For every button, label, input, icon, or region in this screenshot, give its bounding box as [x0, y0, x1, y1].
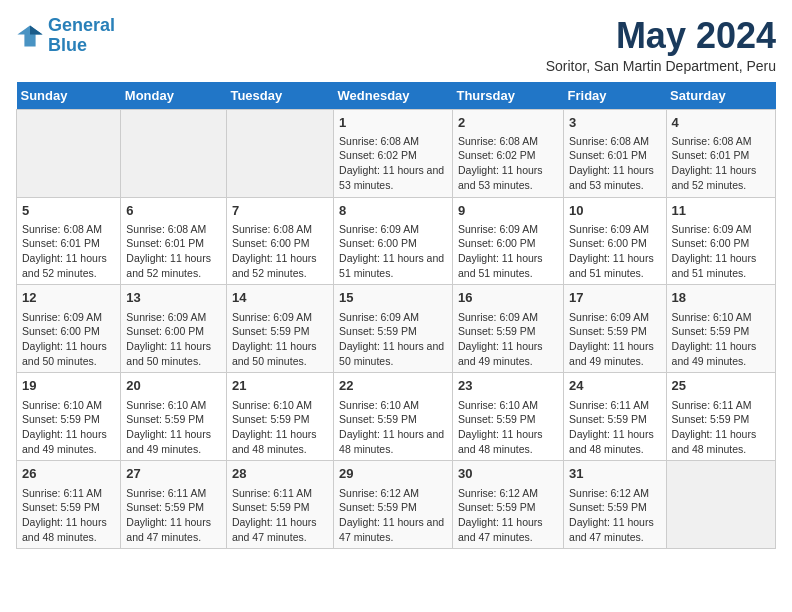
calendar-cell: 17Sunrise: 6:09 AMSunset: 5:59 PMDayligh… [564, 285, 667, 373]
calendar-week-row: 26Sunrise: 6:11 AMSunset: 5:59 PMDayligh… [17, 461, 776, 549]
logo-text: General Blue [48, 16, 115, 56]
calendar-cell: 10Sunrise: 6:09 AMSunset: 6:00 PMDayligh… [564, 197, 667, 285]
day-number: 16 [458, 289, 558, 307]
calendar-cell: 14Sunrise: 6:09 AMSunset: 5:59 PMDayligh… [226, 285, 333, 373]
calendar-week-row: 5Sunrise: 6:08 AMSunset: 6:01 PMDaylight… [17, 197, 776, 285]
calendar-cell: 31Sunrise: 6:12 AMSunset: 5:59 PMDayligh… [564, 461, 667, 549]
calendar-cell [121, 109, 227, 197]
weekday-header-saturday: Saturday [666, 82, 775, 110]
day-number: 31 [569, 465, 661, 483]
day-number: 26 [22, 465, 115, 483]
day-info: Sunrise: 6:10 AMSunset: 5:59 PMDaylight:… [458, 398, 558, 457]
day-number: 13 [126, 289, 221, 307]
day-number: 21 [232, 377, 328, 395]
svg-marker-1 [30, 25, 43, 34]
weekday-header-tuesday: Tuesday [226, 82, 333, 110]
day-info: Sunrise: 6:09 AMSunset: 5:59 PMDaylight:… [569, 310, 661, 369]
day-number: 24 [569, 377, 661, 395]
day-number: 11 [672, 202, 770, 220]
day-info: Sunrise: 6:09 AMSunset: 6:00 PMDaylight:… [339, 222, 447, 281]
calendar-cell [17, 109, 121, 197]
day-info: Sunrise: 6:10 AMSunset: 5:59 PMDaylight:… [126, 398, 221, 457]
day-info: Sunrise: 6:08 AMSunset: 6:02 PMDaylight:… [458, 134, 558, 193]
calendar-cell: 20Sunrise: 6:10 AMSunset: 5:59 PMDayligh… [121, 373, 227, 461]
calendar-cell: 2Sunrise: 6:08 AMSunset: 6:02 PMDaylight… [452, 109, 563, 197]
day-info: Sunrise: 6:11 AMSunset: 5:59 PMDaylight:… [672, 398, 770, 457]
logo: General Blue [16, 16, 115, 56]
day-info: Sunrise: 6:08 AMSunset: 6:01 PMDaylight:… [22, 222, 115, 281]
day-number: 15 [339, 289, 447, 307]
page-header: General Blue May 2024 Soritor, San Marti… [16, 16, 776, 74]
day-number: 8 [339, 202, 447, 220]
day-number: 28 [232, 465, 328, 483]
day-info: Sunrise: 6:08 AMSunset: 6:01 PMDaylight:… [672, 134, 770, 193]
day-info: Sunrise: 6:11 AMSunset: 5:59 PMDaylight:… [22, 486, 115, 545]
calendar-cell: 6Sunrise: 6:08 AMSunset: 6:01 PMDaylight… [121, 197, 227, 285]
calendar-cell: 29Sunrise: 6:12 AMSunset: 5:59 PMDayligh… [334, 461, 453, 549]
weekday-header-friday: Friday [564, 82, 667, 110]
day-number: 19 [22, 377, 115, 395]
calendar-cell: 28Sunrise: 6:11 AMSunset: 5:59 PMDayligh… [226, 461, 333, 549]
weekday-header-sunday: Sunday [17, 82, 121, 110]
calendar-cell [226, 109, 333, 197]
day-number: 12 [22, 289, 115, 307]
calendar-week-row: 19Sunrise: 6:10 AMSunset: 5:59 PMDayligh… [17, 373, 776, 461]
day-info: Sunrise: 6:10 AMSunset: 5:59 PMDaylight:… [672, 310, 770, 369]
calendar-cell: 9Sunrise: 6:09 AMSunset: 6:00 PMDaylight… [452, 197, 563, 285]
day-number: 2 [458, 114, 558, 132]
day-number: 17 [569, 289, 661, 307]
location-subtitle: Soritor, San Martin Department, Peru [546, 58, 776, 74]
calendar-header: SundayMondayTuesdayWednesdayThursdayFrid… [17, 82, 776, 110]
day-info: Sunrise: 6:08 AMSunset: 6:01 PMDaylight:… [569, 134, 661, 193]
calendar-cell: 8Sunrise: 6:09 AMSunset: 6:00 PMDaylight… [334, 197, 453, 285]
day-info: Sunrise: 6:10 AMSunset: 5:59 PMDaylight:… [339, 398, 447, 457]
calendar-cell: 19Sunrise: 6:10 AMSunset: 5:59 PMDayligh… [17, 373, 121, 461]
day-info: Sunrise: 6:10 AMSunset: 5:59 PMDaylight:… [22, 398, 115, 457]
day-info: Sunrise: 6:09 AMSunset: 6:00 PMDaylight:… [569, 222, 661, 281]
day-info: Sunrise: 6:12 AMSunset: 5:59 PMDaylight:… [569, 486, 661, 545]
calendar-cell: 7Sunrise: 6:08 AMSunset: 6:00 PMDaylight… [226, 197, 333, 285]
day-info: Sunrise: 6:10 AMSunset: 5:59 PMDaylight:… [232, 398, 328, 457]
calendar-cell: 18Sunrise: 6:10 AMSunset: 5:59 PMDayligh… [666, 285, 775, 373]
day-info: Sunrise: 6:11 AMSunset: 5:59 PMDaylight:… [569, 398, 661, 457]
day-info: Sunrise: 6:09 AMSunset: 5:59 PMDaylight:… [232, 310, 328, 369]
day-number: 3 [569, 114, 661, 132]
calendar-cell [666, 461, 775, 549]
calendar-week-row: 12Sunrise: 6:09 AMSunset: 6:00 PMDayligh… [17, 285, 776, 373]
calendar-week-row: 1Sunrise: 6:08 AMSunset: 6:02 PMDaylight… [17, 109, 776, 197]
day-info: Sunrise: 6:09 AMSunset: 6:00 PMDaylight:… [672, 222, 770, 281]
weekday-header-thursday: Thursday [452, 82, 563, 110]
day-info: Sunrise: 6:12 AMSunset: 5:59 PMDaylight:… [458, 486, 558, 545]
day-info: Sunrise: 6:09 AMSunset: 5:59 PMDaylight:… [339, 310, 447, 369]
month-title: May 2024 [546, 16, 776, 56]
calendar-cell: 11Sunrise: 6:09 AMSunset: 6:00 PMDayligh… [666, 197, 775, 285]
calendar-cell: 21Sunrise: 6:10 AMSunset: 5:59 PMDayligh… [226, 373, 333, 461]
calendar-cell: 23Sunrise: 6:10 AMSunset: 5:59 PMDayligh… [452, 373, 563, 461]
calendar-cell: 12Sunrise: 6:09 AMSunset: 6:00 PMDayligh… [17, 285, 121, 373]
day-number: 5 [22, 202, 115, 220]
calendar-cell: 24Sunrise: 6:11 AMSunset: 5:59 PMDayligh… [564, 373, 667, 461]
day-info: Sunrise: 6:11 AMSunset: 5:59 PMDaylight:… [232, 486, 328, 545]
calendar-body: 1Sunrise: 6:08 AMSunset: 6:02 PMDaylight… [17, 109, 776, 549]
day-number: 6 [126, 202, 221, 220]
calendar-cell: 3Sunrise: 6:08 AMSunset: 6:01 PMDaylight… [564, 109, 667, 197]
day-number: 1 [339, 114, 447, 132]
weekday-header-row: SundayMondayTuesdayWednesdayThursdayFrid… [17, 82, 776, 110]
calendar-cell: 1Sunrise: 6:08 AMSunset: 6:02 PMDaylight… [334, 109, 453, 197]
calendar-cell: 25Sunrise: 6:11 AMSunset: 5:59 PMDayligh… [666, 373, 775, 461]
day-info: Sunrise: 6:09 AMSunset: 6:00 PMDaylight:… [458, 222, 558, 281]
day-number: 20 [126, 377, 221, 395]
calendar-cell: 4Sunrise: 6:08 AMSunset: 6:01 PMDaylight… [666, 109, 775, 197]
day-info: Sunrise: 6:08 AMSunset: 6:01 PMDaylight:… [126, 222, 221, 281]
calendar-cell: 16Sunrise: 6:09 AMSunset: 5:59 PMDayligh… [452, 285, 563, 373]
calendar-cell: 15Sunrise: 6:09 AMSunset: 5:59 PMDayligh… [334, 285, 453, 373]
day-number: 10 [569, 202, 661, 220]
day-number: 14 [232, 289, 328, 307]
day-info: Sunrise: 6:11 AMSunset: 5:59 PMDaylight:… [126, 486, 221, 545]
day-info: Sunrise: 6:08 AMSunset: 6:00 PMDaylight:… [232, 222, 328, 281]
day-info: Sunrise: 6:09 AMSunset: 6:00 PMDaylight:… [126, 310, 221, 369]
day-number: 23 [458, 377, 558, 395]
weekday-header-monday: Monday [121, 82, 227, 110]
weekday-header-wednesday: Wednesday [334, 82, 453, 110]
day-number: 7 [232, 202, 328, 220]
